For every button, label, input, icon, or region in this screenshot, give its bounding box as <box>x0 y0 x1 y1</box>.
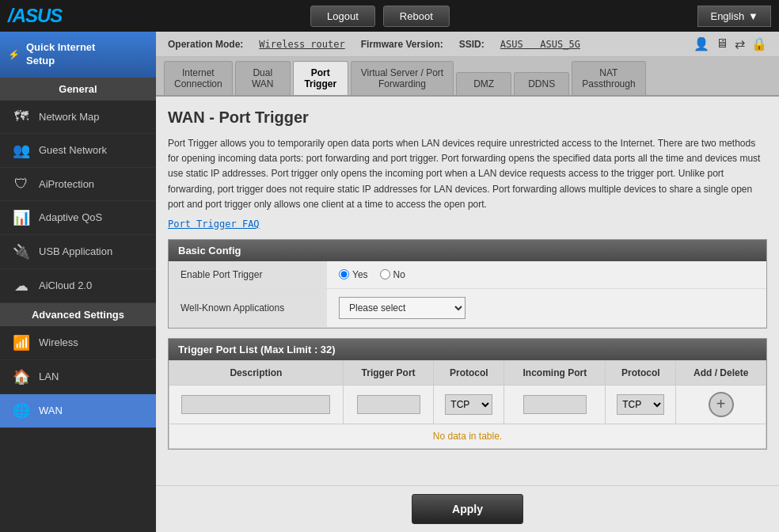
sidebar-item-label: Quick InternetSetup <box>26 41 95 68</box>
sidebar-item-label: Network Map <box>39 111 100 123</box>
chevron-down-icon: ▼ <box>748 10 758 22</box>
col-protocol-1: Protocol <box>434 360 504 385</box>
col-trigger-port: Trigger Port <box>343 360 433 385</box>
operation-mode-value: Wireless router <box>259 39 344 50</box>
no-data-message: No data in table. <box>169 424 766 448</box>
protocol-1-cell: TCP UDP BOTH <box>434 385 504 424</box>
tab-internet-connection[interactable]: InternetConnection <box>164 61 233 95</box>
language-selector[interactable]: English ▼ <box>697 6 771 27</box>
enable-label: Enable Port Trigger <box>169 261 327 289</box>
incoming-port-cell <box>504 385 606 424</box>
trigger-table-body: TCP UDP BOTH TCP <box>169 385 766 448</box>
sidebar-item-label: Adaptive QoS <box>39 211 102 223</box>
page-title: WAN - Port Trigger <box>168 108 767 127</box>
tab-port-trigger[interactable]: PortTrigger <box>293 61 348 95</box>
col-description: Description <box>169 360 344 385</box>
main-layout: ⚡ Quick InternetSetup General 🗺 Network … <box>0 32 779 532</box>
sidebar-item-label: Wireless <box>39 336 78 348</box>
trigger-port-table: Description Trigger Port Protocol Incomi… <box>169 360 766 449</box>
tab-virtual-server[interactable]: Virtual Server / PortForwarding <box>351 61 454 95</box>
well-known-label: Well-Known Applications <box>169 288 327 327</box>
sidebar-general-header: General <box>0 78 156 101</box>
aicloud-icon: ☁ <box>12 277 31 294</box>
quick-setup-icon: ⚡ <box>8 49 20 60</box>
trigger-port-input[interactable] <box>357 395 420 414</box>
firmware-label: Firmware Version: <box>361 39 443 50</box>
tab-dual-wan[interactable]: DualWAN <box>235 61 291 95</box>
usb-icon: 🔌 <box>12 243 31 260</box>
top-bar: /ASUS Logout Reboot English ▼ <box>0 0 779 32</box>
apply-bar: Apply <box>156 485 779 532</box>
tab-nat-passthrough[interactable]: NATPassthrough <box>572 61 645 95</box>
tab-dmz[interactable]: DMZ <box>456 72 511 95</box>
top-buttons: Logout Reboot <box>310 6 450 27</box>
sidebar-item-quick-setup[interactable]: ⚡ Quick InternetSetup <box>0 32 156 78</box>
enable-yes-label: Yes <box>352 269 368 280</box>
protocol-2-cell: TCP UDP BOTH <box>606 385 676 424</box>
tab-bar: InternetConnection DualWAN PortTrigger V… <box>156 57 779 97</box>
add-row-button[interactable]: + <box>709 392 734 417</box>
page-content: WAN - Port Trigger Port Trigger allows y… <box>156 97 779 485</box>
guest-network-icon: 👥 <box>12 142 31 159</box>
content-area: Operation Mode: Wireless router Firmware… <box>156 32 779 532</box>
enable-no-option[interactable]: No <box>380 269 405 280</box>
enable-no-radio[interactable] <box>380 269 390 279</box>
status-bar: Operation Mode: Wireless router Firmware… <box>156 32 779 57</box>
sidebar-item-aiprotection[interactable]: 🛡 AiProtection <box>0 168 156 201</box>
enable-port-trigger-row: Enable Port Trigger Yes No <box>169 261 766 289</box>
trigger-table-head: Description Trigger Port Protocol Incomi… <box>169 360 766 385</box>
sidebar-item-network-map[interactable]: 🗺 Network Map <box>0 101 156 134</box>
well-known-select[interactable]: Please select AOL FTP HTTP HTTPS IRC SMT… <box>339 297 466 319</box>
enable-yes-option[interactable]: Yes <box>339 269 368 280</box>
sidebar-item-adaptive-qos[interactable]: 📊 Adaptive QoS <box>0 201 156 235</box>
trigger-port-section: Trigger Port List (Max Limit : 32) Descr… <box>168 338 767 450</box>
trigger-port-cell <box>343 385 433 424</box>
sidebar-item-label: WAN <box>39 405 63 416</box>
logo: /ASUS <box>8 5 62 27</box>
protocol-2-select[interactable]: TCP UDP BOTH <box>617 394 664 415</box>
trigger-table-header-row: Description Trigger Port Protocol Incomi… <box>169 360 766 385</box>
basic-config-table: Enable Port Trigger Yes No <box>169 261 766 328</box>
protocol-1-select[interactable]: TCP UDP BOTH <box>445 394 492 415</box>
user-icon: 👤 <box>694 36 709 51</box>
well-known-apps-row: Well-Known Applications Please select AO… <box>169 288 766 327</box>
lan-icon: 🏠 <box>12 368 31 386</box>
trigger-port-header: Trigger Port List (Max Limit : 32) <box>169 339 766 360</box>
monitor-icon: 🖥 <box>716 36 728 51</box>
lock-icon: 🔒 <box>751 36 767 51</box>
page-description: Port Trigger allows you to temporarily o… <box>168 136 767 212</box>
ssid-value: ASUS ASUS_5G <box>500 39 580 50</box>
description-input[interactable] <box>181 395 330 414</box>
col-protocol-2: Protocol <box>606 360 676 385</box>
tab-ddns[interactable]: DDNS <box>514 72 569 95</box>
operation-mode-label: Operation Mode: <box>168 39 243 50</box>
wan-icon: 🌐 <box>12 402 31 420</box>
network-map-icon: 🗺 <box>12 108 31 125</box>
status-icons: 👤 🖥 ⇄ 🔒 <box>694 36 767 51</box>
sidebar: ⚡ Quick InternetSetup General 🗺 Network … <box>0 32 156 532</box>
sidebar-item-label: LAN <box>39 370 59 382</box>
col-add-delete: Add / Delete <box>676 360 766 385</box>
faq-link[interactable]: Port Trigger FAQ <box>168 218 767 230</box>
apply-button[interactable]: Apply <box>412 494 523 524</box>
sidebar-item-label: AiProtection <box>39 178 94 190</box>
sidebar-item-label: USB Application <box>39 245 112 257</box>
basic-config-header: Basic Config <box>169 240 766 261</box>
sidebar-item-wireless[interactable]: 📶 Wireless <box>0 326 156 360</box>
usb-status-icon: ⇄ <box>735 36 745 51</box>
logout-button[interactable]: Logout <box>310 6 375 27</box>
sidebar-item-label: Guest Network <box>39 144 107 156</box>
sidebar-item-wan[interactable]: 🌐 WAN <box>0 394 156 428</box>
sidebar-item-guest-network[interactable]: 👥 Guest Network <box>0 134 156 168</box>
trigger-input-row: TCP UDP BOTH TCP <box>169 385 766 424</box>
sidebar-item-lan[interactable]: 🏠 LAN <box>0 360 156 394</box>
enable-no-label: No <box>393 269 405 280</box>
enable-yes-radio[interactable] <box>339 269 349 279</box>
aiprotection-icon: 🛡 <box>12 176 31 192</box>
ssid-label: SSID: <box>459 39 484 50</box>
sidebar-item-usb-application[interactable]: 🔌 USB Application <box>0 235 156 269</box>
sidebar-item-aicloud[interactable]: ☁ AiCloud 2.0 <box>0 269 156 303</box>
reboot-button[interactable]: Reboot <box>383 6 450 27</box>
col-incoming-port: Incoming Port <box>504 360 606 385</box>
incoming-port-input[interactable] <box>523 395 587 414</box>
